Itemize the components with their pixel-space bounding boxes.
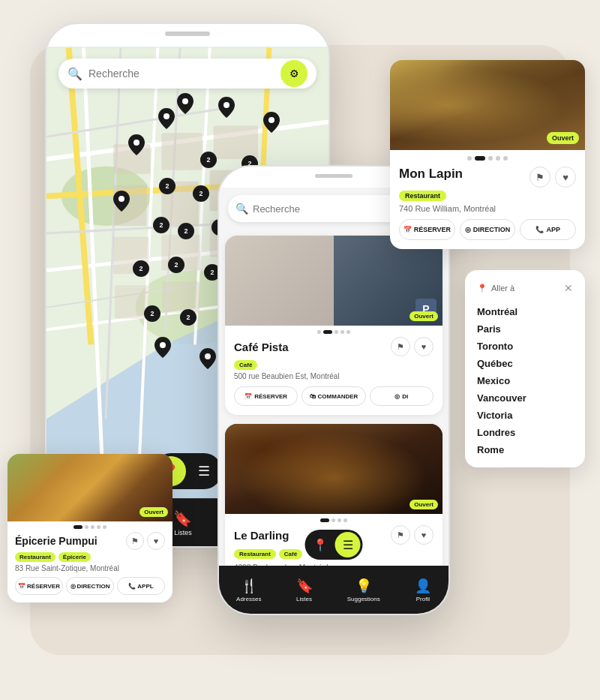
city-item-paris[interactable]: Paris: [477, 320, 573, 338]
bc-header: Mon Lapin ⚑ ♥: [399, 167, 576, 188]
pc-di-label: DI: [402, 393, 408, 400]
bcs-restaurant-image: Ouvert: [8, 454, 172, 521]
bc-reserve-button[interactable]: 📅 RÉSERVER: [399, 219, 455, 240]
bcs-open-badge: Ouvert: [140, 507, 168, 517]
listes-icon: 🔖: [173, 509, 192, 527]
pc-address: 500 rue Beaubien Est, Montréal: [234, 372, 434, 380]
phone-tab-profil[interactable]: 👤 Profil: [415, 578, 431, 602]
pc-content: Café Pista ⚑ ♥ Café 500 rue Beaubien Est…: [225, 335, 442, 415]
pc-darling-actions: ⚑ ♥: [391, 525, 434, 545]
bcs-heart-button[interactable]: ♥: [147, 532, 165, 550]
pc-commander-button[interactable]: 🛍 COMMANDER: [302, 386, 365, 406]
phone-tab-profil-label: Profil: [416, 596, 430, 602]
pc-darling-flag-button[interactable]: ⚑: [391, 525, 410, 545]
map-pin[interactable]: [113, 191, 130, 212]
pc-dot-active: [323, 330, 332, 334]
pc-reserve-label: RÉSERVER: [254, 393, 287, 400]
bcs-header: Épicerie Pumpui ⚑ ♥: [15, 532, 165, 550]
bcs-dot: [103, 525, 106, 529]
bcs-reserve-button[interactable]: 📅 RÉSERVER: [15, 577, 63, 595]
bcs-flag-button[interactable]: ⚑: [126, 532, 144, 550]
phone-place-list: P Ouvert Café Pista ⚑ ♥: [219, 230, 448, 566]
cluster-pin[interactable]: 2: [144, 305, 160, 322]
city-dropdown-close-button[interactable]: ✕: [564, 282, 573, 294]
filter-button[interactable]: ⚙: [280, 60, 308, 87]
bcs-dot: [91, 525, 94, 529]
svg-rect-21: [214, 125, 258, 159]
pc-flag-button[interactable]: ⚑: [391, 337, 410, 356]
phone-search-icon: 🔍: [236, 203, 248, 215]
bc-dot: [467, 156, 472, 161]
city-item-victoria[interactable]: Victoria: [477, 407, 573, 424]
cluster-pin[interactable]: 2: [178, 223, 194, 239]
calendar-icon: 📅: [404, 226, 412, 233]
calendar-icon: 📅: [244, 393, 252, 400]
tab-listes[interactable]: 🔖 Listes: [173, 509, 192, 536]
svg-rect-29: [162, 281, 199, 313]
city-item-toronto[interactable]: Toronto: [477, 338, 573, 355]
phone-screen: 🔍 ⚙ P Ouvert: [219, 188, 448, 614]
place-card-cafe-pista: P Ouvert Café Pista ⚑ ♥: [225, 236, 442, 415]
phone-tab-listes[interactable]: 🔖 Listes: [296, 578, 313, 602]
pc-reserve-button[interactable]: 📅 RÉSERVER: [234, 386, 298, 406]
cluster-pin[interactable]: 2: [200, 152, 217, 168]
bcs-content: Épicerie Pumpui ⚑ ♥ Restaurant Épicerie …: [8, 530, 172, 602]
pc-dot: [346, 330, 350, 334]
city-item-londres[interactable]: Londres: [477, 424, 573, 441]
phone-list-view-button[interactable]: ☰: [335, 532, 361, 557]
bc-heart-button[interactable]: ♥: [555, 167, 576, 188]
tab-listes-label: Listes: [174, 529, 192, 536]
phone-tab-adresses[interactable]: 🍴 Adresses: [236, 578, 261, 602]
bcs-app-label: APPL: [137, 583, 153, 590]
tablet-notch: [165, 32, 210, 36]
phone-tab-suggestions[interactable]: 💡 Suggestions: [347, 578, 380, 602]
pc-di-button[interactable]: ◎ DI: [370, 386, 434, 406]
map-pin[interactable]: [154, 337, 171, 358]
bcs-address: 83 Rue Saint-Zotique, Montréal: [15, 564, 165, 572]
search-input[interactable]: [88, 68, 274, 80]
city-item-montreal[interactable]: Montréal: [477, 303, 573, 320]
city-item-mexico[interactable]: Mexico: [477, 372, 573, 389]
city-item-vancouver[interactable]: Vancouver: [477, 389, 573, 407]
map-pin[interactable]: [158, 108, 175, 129]
bc-flag-button[interactable]: ⚑: [530, 167, 550, 188]
bc-open-badge: Ouvert: [547, 132, 579, 144]
pc-heart-button[interactable]: ♥: [414, 337, 434, 356]
bcs-tag-epicerie: Épicerie: [58, 552, 91, 562]
map-list-view-button[interactable]: ☰: [189, 456, 219, 486]
map-pin[interactable]: [128, 134, 145, 155]
location-pin-icon: 📍: [477, 284, 488, 293]
bcs-direction-button[interactable]: ◎ DIRECTION: [66, 577, 114, 595]
cluster-pin[interactable]: 2: [159, 178, 176, 194]
city-dropdown-header: 📍 Aller à ✕: [477, 282, 573, 294]
bcs-app-button[interactable]: 📞 APPL: [117, 577, 165, 595]
cluster-pin[interactable]: 2: [193, 185, 209, 202]
map-pin[interactable]: [177, 93, 194, 114]
pc-dot: [340, 330, 344, 334]
phone-tab-adresses-label: Adresses: [236, 596, 261, 602]
cluster-pin[interactable]: 2: [180, 309, 196, 326]
svg-point-30: [182, 98, 188, 104]
bc-name: Mon Lapin: [399, 167, 463, 182]
map-pin[interactable]: [200, 348, 216, 369]
phone-pin-view-button[interactable]: 📍: [308, 532, 333, 557]
map-pin[interactable]: [218, 97, 235, 118]
map-pin[interactable]: [263, 112, 280, 133]
bc-category-tag: Restaurant: [399, 191, 446, 201]
svg-point-33: [268, 117, 274, 123]
bcs-action-buttons: 📅 RÉSERVER ◎ DIRECTION 📞 APPL: [15, 577, 165, 595]
cluster-pin[interactable]: 2: [168, 257, 184, 273]
pc-dots: [225, 326, 442, 335]
cluster-pin[interactable]: 2: [133, 260, 149, 277]
city-item-quebec[interactable]: Québec: [477, 355, 573, 372]
svg-point-32: [164, 113, 170, 119]
bcs-tag-restaurant: Restaurant: [15, 552, 56, 562]
bc-direction-button[interactable]: ◎ DIRECTION: [460, 219, 516, 240]
pc-darling-heart-button[interactable]: ♥: [414, 525, 434, 545]
cluster-pin[interactable]: 2: [153, 217, 170, 233]
city-item-rome[interactable]: Rome: [477, 441, 573, 458]
phone-search-input[interactable]: [253, 203, 410, 215]
bc-app-button[interactable]: 📞 APP: [520, 219, 576, 240]
svg-point-31: [224, 102, 230, 108]
pc-header: Café Pista ⚑ ♥: [234, 337, 434, 356]
